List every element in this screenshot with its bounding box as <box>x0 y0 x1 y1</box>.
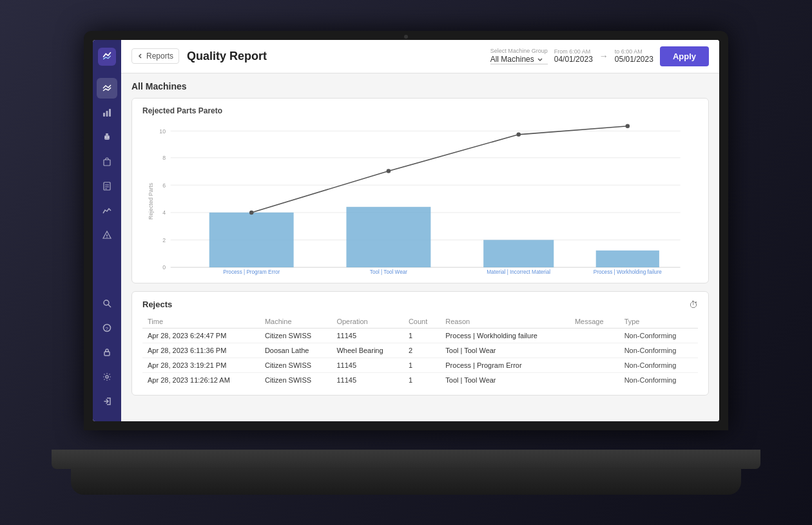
settings-icon-btn[interactable] <box>97 367 117 387</box>
sidebar-item-jobs[interactable] <box>97 151 117 172</box>
cell-machine: Citizen SWISS <box>260 358 331 372</box>
svg-rect-19 <box>104 352 110 356</box>
bar-incorrect-material <box>483 240 554 267</box>
chart-title: Rejected Parts Pareto <box>142 106 698 115</box>
back-label: Reports <box>146 52 173 61</box>
svg-point-15 <box>104 300 109 305</box>
cell-type: Non-Conforming <box>619 372 698 387</box>
table-row: Apr 28, 2023 11:26:12 AM Citizen SWISS 1… <box>142 372 698 387</box>
date-to: to 6:00 AM 05/01/2023 <box>615 48 653 64</box>
col-type: Type <box>619 315 698 329</box>
col-machine: Machine <box>260 315 331 329</box>
rejects-table: Time Machine Operation Count Reason Mess… <box>142 315 698 387</box>
cell-count: 1 <box>403 372 440 387</box>
main-content: Reports Quality Report Select Machine Gr… <box>121 40 719 421</box>
cell-count: 2 <box>403 343 440 358</box>
cell-operation: 11145 <box>331 328 403 343</box>
svg-point-14 <box>106 236 107 237</box>
line-dot-1 <box>249 210 254 215</box>
svg-point-5 <box>105 137 106 138</box>
svg-rect-2 <box>109 109 111 117</box>
sidebar-item-reports[interactable] <box>97 176 117 196</box>
svg-text:10: 10 <box>159 128 166 134</box>
date-from-label: From 6:00 AM <box>554 48 593 55</box>
pareto-chart: 10 8 6 4 <box>142 120 698 275</box>
col-time: Time <box>142 315 260 329</box>
svg-text:2: 2 <box>162 236 166 243</box>
bar-label-4: Process | Workholding failure <box>594 269 662 274</box>
bar-tool-wear <box>346 207 430 267</box>
svg-text:8: 8 <box>162 155 166 161</box>
machine-group-value: All Machines <box>490 55 534 64</box>
sidebar: ? <box>93 40 121 421</box>
bar-workholding-failure <box>596 250 659 267</box>
cell-count: 1 <box>403 358 440 372</box>
svg-point-20 <box>106 376 108 378</box>
date-from: From 6:00 AM 04/01/2023 <box>554 48 593 64</box>
app-logo[interactable] <box>98 48 116 66</box>
help-icon-btn[interactable]: ? <box>97 318 117 338</box>
sidebar-item-metrics[interactable] <box>97 200 117 221</box>
sidebar-item-alerts[interactable] <box>97 225 117 245</box>
cell-type: Non-Conforming <box>619 328 698 343</box>
svg-rect-0 <box>103 113 105 117</box>
line-dot-3 <box>516 132 521 137</box>
cell-operation: Wheel Bearing <box>331 343 403 358</box>
cell-type: Non-Conforming <box>619 358 698 372</box>
lock-icon-btn[interactable] <box>97 342 117 363</box>
chart-section: Rejected Parts Pareto 10 8 6 <box>131 98 709 283</box>
clock-icon[interactable]: ⏱ <box>689 300 698 310</box>
svg-text:6: 6 <box>162 182 166 188</box>
cell-message <box>570 328 619 343</box>
col-message: Message <box>570 315 619 329</box>
cell-reason: Process | Workholding failure <box>440 328 570 343</box>
cell-time: Apr 28, 2023 6:24:47 PM <box>142 328 260 343</box>
search-icon-btn[interactable] <box>97 293 117 314</box>
cell-type: Non-Conforming <box>619 343 698 358</box>
cell-count: 1 <box>403 328 440 343</box>
svg-text:4: 4 <box>162 209 166 216</box>
svg-line-16 <box>108 305 111 307</box>
header-controls: Select Machine Group All Machines From 6… <box>490 46 709 66</box>
svg-text:Rejected Parts: Rejected Parts <box>148 182 154 220</box>
bar-label-3: Material | Incorrect Material <box>487 269 550 274</box>
svg-rect-7 <box>104 160 110 166</box>
table-title: Rejects <box>142 300 172 309</box>
sidebar-item-robots[interactable] <box>97 127 117 148</box>
sidebar-item-analytics[interactable] <box>97 102 117 123</box>
bar-label-1: Process | Program Error <box>223 269 280 274</box>
machine-group-label: Select Machine Group <box>490 48 548 54</box>
date-to-value: 05/01/2023 <box>615 55 653 64</box>
chart-container: 10 8 6 4 <box>142 120 698 275</box>
bar-program-error <box>209 212 294 267</box>
cell-message <box>570 358 619 372</box>
sidebar-item-connections[interactable] <box>97 78 117 99</box>
cell-operation: 11145 <box>331 358 403 372</box>
date-arrow-icon: → <box>599 51 608 61</box>
cell-reason: Tool | Tool Wear <box>440 343 570 358</box>
chevron-down-icon <box>537 56 543 62</box>
cell-machine: Doosan Lathe <box>260 343 331 358</box>
cell-time: Apr 28, 2023 11:26:12 AM <box>142 372 260 387</box>
col-operation: Operation <box>331 315 403 329</box>
all-machines-title: All Machines <box>131 81 709 91</box>
svg-rect-4 <box>106 133 108 135</box>
table-row: Apr 28, 2023 6:24:47 PM Citizen SWISS 11… <box>142 328 698 343</box>
cell-operation: 11145 <box>331 372 403 387</box>
cell-machine: Citizen SWISS <box>260 372 331 387</box>
date-to-label: to 6:00 AM <box>615 48 653 55</box>
cell-reason: Process | Program Error <box>440 358 570 372</box>
svg-text:?: ? <box>106 326 109 332</box>
bar-label-2: Tool | Tool Wear <box>370 269 407 274</box>
machine-group-select[interactable]: Select Machine Group All Machines <box>490 48 548 64</box>
machine-group-dropdown[interactable]: All Machines <box>490 55 548 64</box>
back-button[interactable]: Reports <box>131 48 179 64</box>
table-row: Apr 28, 2023 3:19:21 PM Citizen SWISS 11… <box>142 358 698 372</box>
col-count: Count <box>403 315 440 329</box>
logout-icon-btn[interactable] <box>97 391 117 412</box>
line-dot-2 <box>387 169 391 173</box>
apply-button[interactable]: Apply <box>660 46 709 66</box>
svg-rect-1 <box>106 111 108 117</box>
svg-text:0: 0 <box>162 264 166 271</box>
cell-time: Apr 28, 2023 6:11:36 PM <box>142 343 260 358</box>
